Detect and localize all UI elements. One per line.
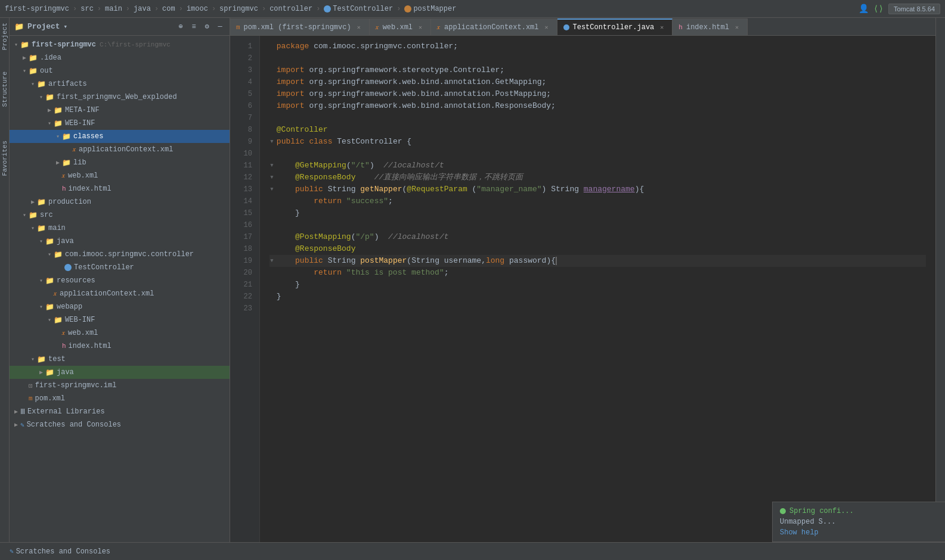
- scratches-tab[interactable]: ✎ Scratches and Consoles: [5, 543, 115, 560]
- tree-item-scratches[interactable]: ▶ ✎ Scratches and Consoles: [10, 418, 230, 431]
- fold-8[interactable]: [269, 124, 274, 136]
- tree-item-idea[interactable]: ▶ 📁 .idea: [10, 51, 230, 64]
- tree-item-root[interactable]: ▾ 📁 first-springmvc C:\first-springmvc: [10, 38, 230, 51]
- tree-item-ext-libs[interactable]: ▶ Ⅲ External Libraries: [10, 405, 230, 418]
- code-content[interactable]: package com.imooc.springmvc.controller; …: [260, 36, 935, 542]
- fold-18[interactable]: [269, 243, 274, 255]
- tree-item-resources[interactable]: ▾ 📁 resources: [10, 274, 230, 287]
- appctx-xml-icon: 𝒙: [73, 146, 76, 153]
- tree-item-webinf-src[interactable]: ▾ 📁 WEB-INF: [10, 313, 230, 326]
- code-editor[interactable]: 1 2 3 4 5 6 7 8 9 10 11 12 13 14 15 16 1…: [230, 36, 935, 542]
- tab-pom-xml[interactable]: m pom.xml (first-springmvc) ✕: [230, 18, 370, 35]
- appctx-tab-close[interactable]: ✕: [543, 23, 551, 32]
- tree-item-lib[interactable]: ▶ 📁 lib: [10, 156, 230, 169]
- breadcrumb-controller[interactable]: controller: [269, 5, 312, 13]
- tree-item-indexhtml-out[interactable]: ▶ h index.html: [10, 182, 230, 195]
- fold-13[interactable]: ▾: [269, 183, 274, 195]
- tree-item-artifacts[interactable]: ▾ 📁 artifacts: [10, 77, 230, 91]
- tree-item-web-inf[interactable]: ▾ 📁 WEB-INF: [10, 117, 230, 130]
- tree-item-appctx-classes[interactable]: ▶ 𝒙 applicationContext.xml: [10, 143, 230, 156]
- indexhtml-out-label: index.html: [69, 185, 111, 193]
- fold-11[interactable]: ▾: [269, 160, 274, 172]
- testcontroller-tab-icon: [563, 24, 569, 30]
- fold-12[interactable]: ▾: [269, 172, 274, 183]
- indexhtml-tab-close[interactable]: ✕: [733, 23, 741, 32]
- breadcrumb-postmapper[interactable]: postMapper: [404, 5, 456, 13]
- testcontroller-tab-close[interactable]: ✕: [658, 23, 666, 32]
- tree-item-meta-inf[interactable]: ▶ 📁 META-INF: [10, 104, 230, 117]
- tab-web-xml[interactable]: 𝒙 web.xml ✕: [370, 18, 431, 35]
- tab-appctx[interactable]: 𝒙 applicationContext.xml ✕: [431, 18, 557, 35]
- fold-19[interactable]: ▾: [269, 255, 274, 267]
- tree-item-testcontroller[interactable]: ▶ TestController: [10, 261, 230, 274]
- tree-item-src[interactable]: ▾ 📁 src: [10, 209, 230, 222]
- breadcrumb-imooc[interactable]: imooc: [187, 5, 208, 13]
- code-line-15: }: [269, 207, 926, 219]
- git-icon[interactable]: ⟨⟩: [873, 4, 884, 14]
- fold-5[interactable]: [269, 88, 274, 100]
- fold-3[interactable]: [269, 64, 274, 76]
- main-layout: Project Structure Favorites 📁 Project ▾ …: [0, 18, 945, 542]
- collapse-icon[interactable]: ≡: [189, 22, 199, 32]
- webxml-tab-close[interactable]: ✕: [416, 23, 425, 32]
- fold-15[interactable]: [269, 207, 274, 219]
- tree-item-webxml-src[interactable]: ▶ 𝒙 web.xml: [10, 326, 230, 340]
- breadcrumb-src[interactable]: src: [80, 5, 94, 13]
- tree-item-webxml-out[interactable]: ▶ 𝒙 web.xml: [10, 169, 230, 182]
- testcontroller-file-icon: [64, 264, 72, 271]
- code-line-8: @Controller: [269, 124, 926, 136]
- artifacts-label: artifacts: [48, 80, 87, 88]
- fold-6[interactable]: [269, 100, 274, 112]
- tomcat-button[interactable]: Tomcat 8.5.64: [888, 4, 940, 14]
- favorites-vertical-tab[interactable]: Favorites: [0, 136, 10, 181]
- webinf-src-icon: 📁: [54, 316, 63, 325]
- project-panel: 📁 Project ▾ ⊕ ≡ ⚙ — ▾ 📁 first-springmvc …: [10, 18, 230, 542]
- close-panel-icon[interactable]: —: [215, 22, 225, 32]
- project-dropdown-arrow[interactable]: ▾: [64, 23, 68, 30]
- user-icon[interactable]: 👤: [859, 4, 869, 14]
- tree-item-webapp[interactable]: ▾ 📁 webapp: [10, 300, 230, 313]
- fold-22[interactable]: [269, 291, 274, 303]
- locate-icon[interactable]: ⊕: [176, 22, 185, 32]
- fold-1[interactable]: [269, 41, 274, 52]
- fold-9[interactable]: ▾: [269, 136, 274, 148]
- breadcrumb-project[interactable]: first-springmvc: [5, 5, 69, 13]
- testcontroller-tab-label: TestController.java: [573, 23, 655, 32]
- tab-index-html[interactable]: h index.html ✕: [673, 18, 748, 35]
- tree-item-java[interactable]: ▾ 📁 java: [10, 235, 230, 248]
- tree-item-appctx-res[interactable]: ▶ 𝒙 applicationContext.xml: [10, 287, 230, 300]
- tree-item-web-exploded[interactable]: ▾ 📁 first_springmvc_Web_exploded: [10, 91, 230, 104]
- breadcrumb-main[interactable]: main: [105, 5, 122, 13]
- root-label: first-springmvc: [32, 41, 96, 49]
- spring-help-link[interactable]: Show help: [780, 528, 938, 537]
- structure-vertical-tab[interactable]: Structure: [0, 67, 10, 111]
- fold-20[interactable]: [269, 267, 274, 279]
- options-icon[interactable]: ⚙: [202, 22, 212, 32]
- tree-item-test[interactable]: ▾ 📁 test: [10, 353, 230, 366]
- code-line-23: [269, 303, 926, 315]
- fold-21[interactable]: [269, 279, 274, 291]
- bottom-panel: ✎ Scratches and Consoles: [0, 542, 945, 560]
- line-num-4: 4: [230, 76, 257, 88]
- fold-17[interactable]: [269, 231, 274, 243]
- tree-item-pom[interactable]: ▶ m pom.xml: [10, 392, 230, 405]
- project-vertical-tab[interactable]: Project: [0, 18, 10, 55]
- tab-testcontroller[interactable]: TestController.java ✕: [557, 18, 673, 35]
- breadcrumb-java[interactable]: java: [134, 5, 151, 13]
- tree-item-production[interactable]: ▶ 📁 production: [10, 195, 230, 209]
- fold-4[interactable]: [269, 76, 274, 88]
- iml-label: first-springmvc.iml: [35, 381, 117, 390]
- breadcrumb-springmvc[interactable]: springmvc: [219, 5, 258, 13]
- tree-item-indexhtml-src[interactable]: ▶ h index.html: [10, 340, 230, 353]
- tree-item-iml[interactable]: ▶ ⊡ first-springmvc.iml: [10, 379, 230, 392]
- production-icon: 📁: [37, 198, 46, 207]
- breadcrumb-testcontroller[interactable]: TestController: [324, 5, 393, 13]
- tree-item-main[interactable]: ▾ 📁 main: [10, 222, 230, 235]
- fold-14[interactable]: [269, 195, 274, 207]
- tree-item-classes[interactable]: ▾ 📁 classes: [10, 130, 230, 143]
- breadcrumb-com[interactable]: com: [162, 5, 175, 13]
- tree-item-out[interactable]: ▾ 📁 out: [10, 64, 230, 77]
- tree-item-controller-pkg[interactable]: ▾ 📁 com.imooc.springmvc.controller: [10, 248, 230, 261]
- pom-tab-close[interactable]: ✕: [355, 23, 363, 32]
- tree-item-java-test[interactable]: ▶ 📁 java: [10, 366, 230, 379]
